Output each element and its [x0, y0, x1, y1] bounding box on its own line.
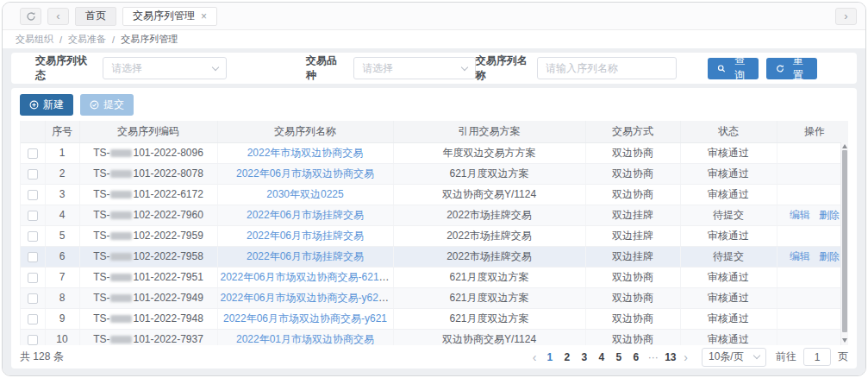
row-checkbox-cell: [21, 329, 45, 345]
edit-link[interactable]: 编辑: [790, 209, 810, 221]
reset-icon: [776, 64, 784, 73]
row-index: 10: [45, 329, 79, 345]
row-method: 双边协商: [585, 142, 680, 163]
redacted-code-segment: [110, 149, 132, 157]
page-content: 交易序列状态 请选择 交易品种 请选择 交易序列名称: [3, 48, 865, 375]
page-number-3[interactable]: 3: [577, 351, 591, 363]
page-number-13[interactable]: 13: [663, 351, 678, 363]
row-checkbox-cell: [21, 163, 45, 184]
row-method: 双边协商: [585, 267, 680, 287]
scroll-up-icon[interactable]: [842, 144, 847, 148]
tab-transaction-sequence[interactable]: 交易序列管理 ×: [122, 7, 217, 26]
header-name: 交易序列名称: [217, 121, 393, 142]
tab-scroll-left-button[interactable]: ‹: [47, 8, 69, 25]
row-name-cell: 2022年01月市场双边协商交易: [217, 329, 393, 345]
table-row: 3 TS-101-2022-6172 2030年双边0225 双边协商交易Y/1…: [21, 184, 848, 205]
row-plan: 2022市场挂牌交易: [393, 225, 585, 246]
sequence-name-link[interactable]: 2022年06月市场双边协商交易-621不分时: [221, 271, 394, 283]
row-code: TS-102-2022-7959: [79, 225, 217, 246]
filter-name-group: 交易序列名称: [476, 54, 677, 83]
redacted-code-segment: [110, 294, 132, 302]
prev-page-icon[interactable]: ‹: [529, 351, 540, 363]
row-checkbox[interactable]: [28, 314, 38, 324]
row-name-cell: 2022年06月市场双边协商交易-621不分时: [217, 267, 393, 287]
row-checkbox[interactable]: [28, 252, 38, 262]
scrollbar-thumb[interactable]: [842, 150, 847, 332]
sequence-name-link[interactable]: 2022年06月市场挂牌交易: [247, 250, 364, 262]
header-checkbox-cell: [21, 121, 45, 142]
row-index: 1: [45, 142, 79, 163]
delete-link[interactable]: 删除: [819, 250, 840, 262]
row-checkbox[interactable]: [28, 169, 38, 180]
goto-page-input[interactable]: [803, 348, 831, 366]
header-plan: 引用交易方案: [393, 121, 585, 142]
breadcrumb-item[interactable]: 交易组织: [16, 33, 53, 46]
search-button[interactable]: 查询: [708, 58, 759, 79]
row-checkbox[interactable]: [28, 273, 38, 283]
code-suffix: 101-2022-6172: [133, 188, 203, 200]
row-code: TS-101-2022-8078: [79, 163, 217, 184]
sequence-name-link[interactable]: 2022年06月市场双边协商交易-y621: [223, 312, 387, 324]
submit-button[interactable]: 提交: [80, 94, 134, 116]
sequence-name-link[interactable]: 2022年06月市场双边协商交易: [236, 167, 374, 180]
sequence-name-link[interactable]: 2022年06月市场挂牌交易: [247, 209, 364, 221]
row-method: 双边协商: [585, 308, 680, 329]
row-status: 审核通过: [680, 329, 777, 345]
page-number-1[interactable]: 1: [542, 351, 557, 363]
tab-home[interactable]: 首页: [75, 7, 116, 26]
refresh-icon: [26, 11, 36, 22]
edit-link[interactable]: 编辑: [790, 250, 810, 262]
scroll-down-icon[interactable]: [842, 338, 847, 343]
row-checkbox[interactable]: [28, 335, 38, 345]
table-row: 1 TS-101-2022-8096 2022年市场双边协商交易 年度双边交易方…: [21, 142, 848, 163]
breadcrumb-item[interactable]: 交易准备: [68, 33, 106, 46]
reset-button[interactable]: 重置: [766, 58, 817, 79]
delete-link[interactable]: 删除: [819, 209, 840, 221]
table-row: 8 TS-101-2022-7949 2022年06月市场双边协商交易-y621…: [21, 287, 848, 308]
page-number-2[interactable]: 2: [559, 351, 574, 363]
table-toolbar: 新建 提交: [20, 94, 848, 116]
page-number-6[interactable]: 6: [628, 351, 643, 363]
variety-select[interactable]: 请选择: [353, 57, 475, 79]
row-checkbox[interactable]: [28, 190, 38, 200]
row-plan: 年度双边交易方方案: [393, 142, 585, 163]
sequence-name-link[interactable]: 2022年01月市场双边协商交易: [236, 333, 374, 345]
page-ellipsis[interactable]: ···: [646, 351, 660, 363]
row-index: 9: [45, 308, 79, 329]
vertical-scrollbar[interactable]: [840, 142, 848, 345]
sequence-name-input[interactable]: [537, 57, 677, 79]
sequence-name-link[interactable]: 2022年06月市场双边协商交易-y621分月: [221, 292, 394, 304]
status-select[interactable]: 请选择: [103, 57, 226, 79]
row-method: 双边挂牌: [585, 225, 680, 246]
table-row: 5 TS-102-2022-7959 2022年06月市场挂牌交易 2022市场…: [21, 225, 848, 246]
filter-status-group: 交易序列状态 请选择: [35, 54, 227, 83]
row-checkbox[interactable]: [28, 211, 38, 221]
redacted-code-segment: [110, 274, 132, 281]
row-status: 审核通过: [680, 184, 777, 205]
next-page-icon[interactable]: ›: [680, 351, 691, 363]
row-method: 双边协商: [585, 163, 680, 184]
page-size-select[interactable]: 10条/页: [702, 348, 766, 367]
page-number-5[interactable]: 5: [611, 351, 626, 363]
row-code: TS-101-2022-7937: [79, 329, 217, 345]
code-prefix: TS-: [93, 271, 109, 283]
row-checkbox[interactable]: [28, 293, 38, 304]
close-tab-icon[interactable]: ×: [201, 11, 207, 22]
page-number-4[interactable]: 4: [594, 351, 609, 363]
refresh-tabs-button[interactable]: [20, 8, 41, 25]
new-button[interactable]: 新建: [20, 94, 73, 116]
search-icon: [717, 64, 726, 73]
code-suffix: 101-2022-7951: [133, 271, 203, 283]
row-index: 5: [45, 225, 79, 246]
row-code: TS-101-2022-6172: [79, 184, 217, 205]
code-prefix: TS-: [93, 333, 109, 345]
breadcrumb-separator: /: [59, 35, 62, 45]
code-prefix: TS-: [93, 188, 109, 200]
row-checkbox[interactable]: [28, 231, 38, 242]
sequence-name-link[interactable]: 2030年双边0225: [266, 188, 343, 200]
row-checkbox[interactable]: [28, 148, 38, 159]
sequence-name-link[interactable]: 2022年市场双边协商交易: [247, 147, 364, 159]
tab-scroll-right-button[interactable]: ›: [835, 8, 857, 25]
sequence-name-link[interactable]: 2022年06月市场挂牌交易: [247, 230, 364, 242]
row-method: 双边挂牌: [585, 246, 680, 267]
